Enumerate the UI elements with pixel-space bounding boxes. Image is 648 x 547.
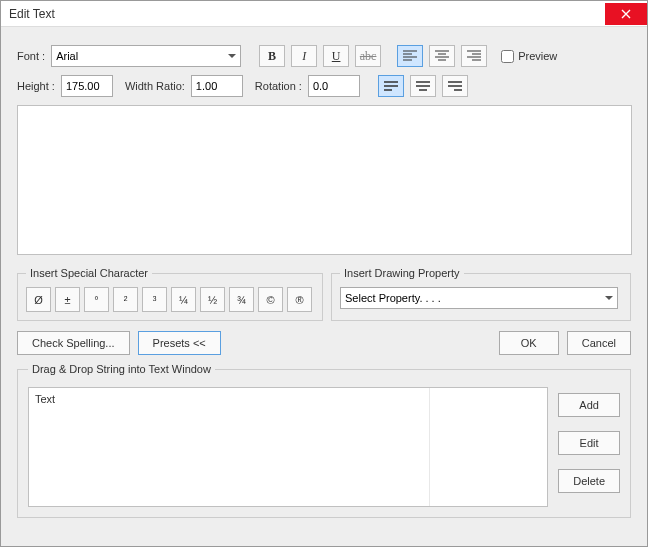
strike-button[interactable]: abc	[355, 45, 381, 67]
bold-button[interactable]: B	[259, 45, 285, 67]
special-char-legend: Insert Special Character	[26, 267, 152, 279]
char-registered[interactable]: ®	[287, 287, 312, 312]
drawing-property-group: Insert Drawing Property Select Property.…	[331, 267, 631, 321]
rotation-input[interactable]	[308, 75, 360, 97]
align-center-icon	[435, 50, 449, 62]
char-plusminus[interactable]: ±	[55, 287, 80, 312]
align-left-button[interactable]	[397, 45, 423, 67]
underline-button[interactable]: U	[323, 45, 349, 67]
align-right-icon	[467, 50, 481, 62]
ok-button[interactable]: OK	[499, 331, 559, 355]
list-item[interactable]: Text	[33, 392, 543, 406]
drawing-property-legend: Insert Drawing Property	[340, 267, 464, 279]
dialog-title: Edit Text	[9, 7, 55, 21]
property-select[interactable]: Select Property. . . .	[340, 287, 618, 309]
presets-button[interactable]: Presets <<	[138, 331, 221, 355]
list-separator	[429, 388, 430, 506]
align-right-button[interactable]	[461, 45, 487, 67]
justify-right-button[interactable]	[442, 75, 468, 97]
justify-left-button[interactable]	[378, 75, 404, 97]
font-label: Font :	[17, 50, 45, 62]
close-button[interactable]	[605, 3, 647, 25]
char-threequarter[interactable]: ¾	[229, 287, 254, 312]
drag-drop-group: Drag & Drop String into Text Window Text…	[17, 363, 631, 518]
justify-center-button[interactable]	[410, 75, 436, 97]
justify-left-icon	[384, 80, 398, 92]
edit-button[interactable]: Edit	[558, 431, 620, 455]
char-cubed[interactable]: ³	[142, 287, 167, 312]
char-diameter[interactable]: Ø	[26, 287, 51, 312]
cancel-button[interactable]: Cancel	[567, 331, 631, 355]
align-center-button[interactable]	[429, 45, 455, 67]
width-ratio-input[interactable]	[191, 75, 243, 97]
justify-right-icon	[448, 80, 462, 92]
edit-text-dialog: Edit Text Font : Arial B I U abc	[0, 0, 648, 547]
preview-label: Preview	[518, 50, 557, 62]
add-button[interactable]: Add	[558, 393, 620, 417]
preview-checkbox[interactable]	[501, 50, 514, 63]
rotation-label: Rotation :	[255, 80, 302, 92]
char-quarter[interactable]: ¼	[171, 287, 196, 312]
align-left-icon	[403, 50, 417, 62]
text-input-area[interactable]	[17, 105, 632, 255]
height-label: Height :	[17, 80, 55, 92]
char-degree[interactable]: °	[84, 287, 109, 312]
special-char-group: Insert Special Character Ø ± ° ² ³ ¼ ½ ¾…	[17, 267, 323, 321]
italic-button[interactable]: I	[291, 45, 317, 67]
char-squared[interactable]: ²	[113, 287, 138, 312]
preset-list[interactable]: Text	[28, 387, 548, 507]
char-copyright[interactable]: ©	[258, 287, 283, 312]
drag-drop-legend: Drag & Drop String into Text Window	[28, 363, 215, 375]
check-spelling-button[interactable]: Check Spelling...	[17, 331, 130, 355]
font-select[interactable]: Arial	[51, 45, 241, 67]
width-ratio-label: Width Ratio:	[125, 80, 185, 92]
delete-button[interactable]: Delete	[558, 469, 620, 493]
titlebar: Edit Text	[1, 1, 647, 27]
justify-center-icon	[416, 80, 430, 92]
close-icon	[621, 9, 631, 19]
char-half[interactable]: ½	[200, 287, 225, 312]
height-input[interactable]	[61, 75, 113, 97]
